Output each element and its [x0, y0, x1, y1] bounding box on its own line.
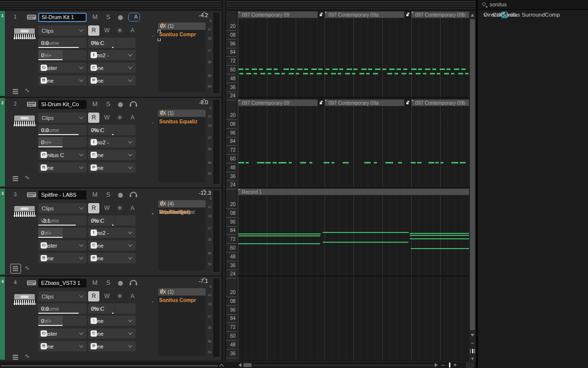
midi-note[interactable]: [303, 73, 308, 74]
midi-note[interactable]: [338, 73, 341, 74]
midi-note[interactable]: [409, 73, 412, 74]
midi-note[interactable]: [304, 69, 308, 70]
patch-dropdown[interactable]: P None: [88, 341, 136, 351]
midi-note[interactable]: [265, 162, 271, 163]
track-color-tab[interactable]: 3: [0, 188, 5, 275]
midi-note[interactable]: [382, 69, 386, 70]
volume-slider[interactable]: [38, 313, 79, 314]
midi-note[interactable]: [273, 162, 277, 163]
input-echo-headphones-button[interactable]: [130, 280, 137, 285]
midi-note[interactable]: [364, 162, 371, 163]
midi-note[interactable]: [254, 73, 257, 74]
midi-note[interactable]: [353, 69, 357, 70]
midi-note[interactable]: [387, 73, 392, 74]
midi-note[interactable]: [423, 73, 426, 74]
output-dropdown[interactable]: O Sonitus C: [38, 150, 87, 160]
track-layers-button[interactable]: [12, 88, 21, 95]
midi-note[interactable]: [398, 162, 402, 163]
midi-note[interactable]: [323, 242, 408, 243]
midi-note[interactable]: [289, 73, 294, 74]
midi-note[interactable]: [332, 69, 338, 70]
midi-note[interactable]: [257, 162, 264, 163]
midi-note[interactable]: [461, 69, 466, 70]
midi-note[interactable]: [347, 69, 352, 70]
clip-header[interactable]: Record 1: [238, 188, 469, 195]
midi-note[interactable]: [268, 73, 271, 74]
strip-view-dropdown[interactable]: Clips: [38, 113, 87, 123]
midi-note[interactable]: [331, 162, 334, 163]
add-fx-button[interactable]: +: [160, 290, 164, 295]
vertical-scroll-thumb[interactable]: [470, 19, 475, 330]
automation-read-button[interactable]: R: [88, 291, 99, 301]
midi-note[interactable]: [375, 69, 380, 70]
automation-write-button[interactable]: W: [101, 203, 113, 213]
arm-record-button[interactable]: [118, 193, 123, 198]
collapse-pane-icon[interactable]: [219, 364, 224, 368]
midi-note[interactable]: [283, 69, 289, 70]
midi-note[interactable]: [425, 69, 430, 70]
automation-write-button[interactable]: W: [101, 291, 113, 301]
automation-read-button[interactable]: R: [88, 203, 99, 213]
clip-header[interactable]: 097 Contemporary 09a: [325, 11, 404, 18]
patch-dropdown[interactable]: P None: [88, 162, 136, 173]
arm-record-button[interactable]: [118, 102, 123, 107]
velocity-offset-field[interactable]: Vel+ 0: [38, 228, 87, 238]
input-dropdown[interactable]: I nano2 -: [88, 50, 136, 60]
channel-dropdown[interactable]: C None: [88, 63, 136, 73]
track-color-tab[interactable]: 2: [0, 98, 5, 186]
track-layers-button[interactable]: [10, 264, 21, 274]
groove-clip-icon[interactable]: [405, 99, 411, 106]
vertical-scrollbar[interactable]: − +: [469, 11, 476, 361]
midi-note[interactable]: [389, 69, 395, 70]
midi-note[interactable]: [290, 69, 294, 70]
midi-note[interactable]: [410, 235, 469, 236]
midi-note[interactable]: [411, 162, 416, 163]
midi-note[interactable]: [401, 73, 406, 74]
add-fx-button[interactable]: +: [160, 111, 164, 116]
automation-lane-button[interactable]: ∿: [24, 174, 33, 181]
midi-note[interactable]: [296, 73, 299, 74]
midi-note[interactable]: [418, 69, 422, 70]
automation-write-button[interactable]: W: [101, 25, 113, 36]
zoom-in-horizontal-button[interactable]: +: [453, 362, 457, 368]
automation-lane-button[interactable]: ∿: [24, 87, 33, 93]
volume-field[interactable]: Volume 0.0: [38, 303, 87, 314]
volume-field[interactable]: Volume 0.0: [38, 125, 87, 135]
bank-dropdown[interactable]: B None: [38, 341, 87, 351]
midi-note[interactable]: [416, 73, 421, 74]
midi-note[interactable]: [447, 69, 450, 70]
midi-note[interactable]: [309, 162, 312, 163]
pane-splitter[interactable]: [221, 0, 226, 368]
midi-note[interactable]: [274, 69, 278, 70]
velocity-slider[interactable]: [38, 325, 63, 326]
midi-note[interactable]: [324, 73, 328, 74]
track-pane-hscroll-thumb[interactable]: [1, 365, 218, 367]
midi-note[interactable]: [366, 73, 370, 74]
automation-arm-button[interactable]: A: [127, 203, 138, 213]
track-layers-button[interactable]: [12, 354, 21, 361]
automation-arm-button[interactable]: A: [127, 25, 138, 36]
instrument-keyboard-icon[interactable]: [13, 206, 36, 218]
automation-snapshot-button[interactable]: ✳: [114, 291, 125, 301]
solo-button[interactable]: S: [103, 279, 113, 286]
midi-note[interactable]: [345, 73, 350, 74]
mute-button[interactable]: M: [90, 279, 100, 286]
midi-note[interactable]: [430, 73, 435, 74]
volume-field[interactable]: Volume -3.1: [38, 215, 87, 226]
track-color-tab[interactable]: 4: [0, 276, 5, 360]
automation-arm-button[interactable]: A: [127, 291, 138, 301]
instrument-keyboard-icon[interactable]: [13, 28, 36, 40]
midi-note[interactable]: [374, 162, 377, 163]
midi-note[interactable]: [282, 73, 285, 74]
automation-snapshot-button[interactable]: ✳: [114, 113, 125, 123]
midi-note[interactable]: [297, 69, 303, 70]
clip-header[interactable]: 097 Contemporary 09a: [325, 99, 404, 106]
midi-note[interactable]: [435, 162, 439, 163]
strip-view-dropdown[interactable]: Clips: [38, 203, 87, 213]
scroll-left-arrow[interactable]: [238, 363, 241, 367]
midi-note[interactable]: [385, 162, 393, 163]
bank-dropdown[interactable]: B None: [38, 75, 87, 86]
groove-clip-icon[interactable]: [318, 99, 324, 106]
bank-dropdown[interactable]: B None: [38, 253, 87, 263]
midi-note[interactable]: [410, 233, 469, 234]
